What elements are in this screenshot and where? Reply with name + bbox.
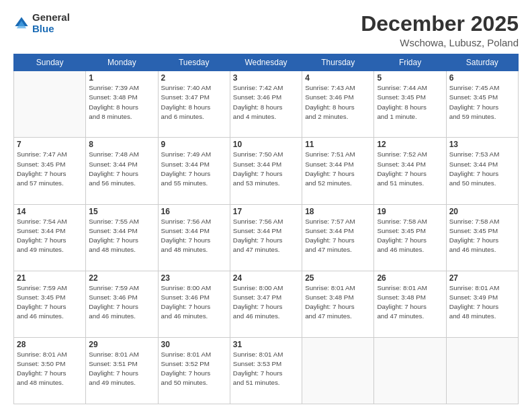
calendar-cell: 26Sunrise: 8:01 AMSunset: 3:48 PMDayligh… [374, 271, 446, 337]
weekday-header-monday: Monday [86, 54, 158, 71]
day-info: Sunrise: 8:00 AMSunset: 3:46 PMDaylight:… [161, 283, 227, 322]
day-info: Sunrise: 7:59 AMSunset: 3:46 PMDaylight:… [89, 283, 154, 322]
day-number: 26 [377, 273, 443, 283]
calendar-title: December 2025 [361, 12, 519, 36]
header: General Blue December 2025 Wschowa, Lubu… [13, 12, 519, 48]
calendar-cell: 18Sunrise: 7:57 AMSunset: 3:44 PMDayligh… [302, 204, 374, 271]
day-info: Sunrise: 8:01 AMSunset: 3:48 PMDaylight:… [377, 283, 443, 322]
calendar-cell: 4Sunrise: 7:43 AMSunset: 3:46 PMDaylight… [302, 71, 374, 138]
logo-general: General [32, 12, 70, 24]
logo-blue: Blue [32, 24, 70, 35]
day-number: 1 [89, 73, 154, 83]
calendar-cell: 11Sunrise: 7:51 AMSunset: 3:44 PMDayligh… [302, 138, 374, 204]
day-number: 28 [17, 340, 83, 349]
day-info: Sunrise: 7:58 AMSunset: 3:45 PMDaylight:… [449, 217, 515, 255]
calendar-cell [446, 337, 518, 404]
day-number: 10 [233, 140, 299, 149]
calendar-cell [302, 337, 374, 404]
day-info: Sunrise: 7:52 AMSunset: 3:44 PMDaylight:… [377, 150, 443, 188]
calendar-cell [374, 337, 446, 404]
calendar-cell: 9Sunrise: 7:49 AMSunset: 3:44 PMDaylight… [158, 138, 230, 204]
calendar-cell: 24Sunrise: 8:00 AMSunset: 3:47 PMDayligh… [230, 271, 302, 337]
day-number: 2 [161, 73, 227, 83]
day-info: Sunrise: 8:00 AMSunset: 3:47 PMDaylight:… [233, 283, 299, 322]
day-number: 11 [305, 140, 371, 149]
calendar-cell [14, 71, 86, 138]
day-info: Sunrise: 8:01 AMSunset: 3:51 PMDaylight:… [89, 350, 154, 388]
day-number: 19 [377, 207, 443, 216]
day-info: Sunrise: 8:01 AMSunset: 3:53 PMDaylight:… [233, 350, 299, 388]
page: General Blue December 2025 Wschowa, Lubu… [0, 0, 532, 411]
calendar-cell: 14Sunrise: 7:54 AMSunset: 3:44 PMDayligh… [14, 204, 86, 271]
day-info: Sunrise: 8:01 AMSunset: 3:52 PMDaylight:… [161, 350, 227, 388]
day-info: Sunrise: 7:49 AMSunset: 3:44 PMDaylight:… [161, 150, 227, 188]
weekday-header-tuesday: Tuesday [158, 54, 230, 71]
calendar-cell: 6Sunrise: 7:45 AMSunset: 3:45 PMDaylight… [446, 71, 518, 138]
day-info: Sunrise: 7:48 AMSunset: 3:44 PMDaylight:… [89, 150, 154, 188]
day-info: Sunrise: 7:56 AMSunset: 3:44 PMDaylight:… [233, 217, 299, 255]
day-number: 18 [305, 207, 371, 216]
logo-icon [13, 15, 30, 32]
day-info: Sunrise: 7:44 AMSunset: 3:45 PMDaylight:… [377, 83, 443, 122]
day-number: 3 [233, 73, 299, 83]
day-info: Sunrise: 7:42 AMSunset: 3:46 PMDaylight:… [233, 83, 299, 122]
calendar-cell: 31Sunrise: 8:01 AMSunset: 3:53 PMDayligh… [230, 337, 302, 404]
day-info: Sunrise: 7:39 AMSunset: 3:48 PMDaylight:… [89, 83, 154, 122]
calendar-subtitle: Wschowa, Lubusz, Poland [361, 37, 519, 48]
calendar-cell: 23Sunrise: 8:00 AMSunset: 3:46 PMDayligh… [158, 271, 230, 337]
day-number: 5 [377, 73, 443, 83]
day-number: 14 [17, 207, 83, 216]
day-number: 8 [89, 140, 154, 149]
week-row-2: 7Sunrise: 7:47 AMSunset: 3:45 PMDaylight… [14, 138, 519, 204]
calendar-cell: 5Sunrise: 7:44 AMSunset: 3:45 PMDaylight… [374, 71, 446, 138]
day-number: 6 [449, 73, 515, 83]
week-row-5: 28Sunrise: 8:01 AMSunset: 3:50 PMDayligh… [14, 337, 519, 404]
weekday-header-thursday: Thursday [302, 54, 374, 71]
day-number: 7 [17, 140, 83, 149]
calendar-cell: 21Sunrise: 7:59 AMSunset: 3:45 PMDayligh… [14, 271, 86, 337]
day-number: 17 [233, 207, 299, 216]
day-info: Sunrise: 8:01 AMSunset: 3:49 PMDaylight:… [449, 283, 515, 322]
calendar-cell: 27Sunrise: 8:01 AMSunset: 3:49 PMDayligh… [446, 271, 518, 337]
day-number: 13 [449, 140, 515, 149]
day-info: Sunrise: 7:54 AMSunset: 3:44 PMDaylight:… [17, 217, 83, 255]
calendar-cell: 13Sunrise: 7:53 AMSunset: 3:44 PMDayligh… [446, 138, 518, 204]
calendar-table: SundayMondayTuesdayWednesdayThursdayFrid… [13, 54, 519, 404]
day-number: 31 [233, 340, 299, 349]
logo-text: General Blue [32, 12, 70, 34]
day-number: 12 [377, 140, 443, 149]
day-number: 4 [305, 73, 371, 83]
day-info: Sunrise: 7:50 AMSunset: 3:44 PMDaylight:… [233, 150, 299, 188]
day-number: 23 [161, 273, 227, 283]
day-info: Sunrise: 7:43 AMSunset: 3:46 PMDaylight:… [305, 83, 371, 122]
calendar-cell: 22Sunrise: 7:59 AMSunset: 3:46 PMDayligh… [86, 271, 158, 337]
day-number: 21 [17, 273, 83, 283]
weekday-header-saturday: Saturday [446, 54, 518, 71]
day-info: Sunrise: 7:45 AMSunset: 3:45 PMDaylight:… [449, 83, 515, 122]
week-row-3: 14Sunrise: 7:54 AMSunset: 3:44 PMDayligh… [14, 204, 519, 271]
day-number: 16 [161, 207, 227, 216]
day-number: 30 [161, 340, 227, 349]
day-info: Sunrise: 7:58 AMSunset: 3:45 PMDaylight:… [377, 217, 443, 255]
calendar-cell: 12Sunrise: 7:52 AMSunset: 3:44 PMDayligh… [374, 138, 446, 204]
day-number: 29 [89, 340, 154, 349]
calendar-cell: 3Sunrise: 7:42 AMSunset: 3:46 PMDaylight… [230, 71, 302, 138]
day-info: Sunrise: 7:59 AMSunset: 3:45 PMDaylight:… [17, 283, 83, 322]
calendar-cell: 17Sunrise: 7:56 AMSunset: 3:44 PMDayligh… [230, 204, 302, 271]
weekday-header-row: SundayMondayTuesdayWednesdayThursdayFrid… [14, 54, 519, 71]
day-number: 9 [161, 140, 227, 149]
day-number: 20 [449, 207, 515, 216]
weekday-header-wednesday: Wednesday [230, 54, 302, 71]
calendar-cell: 2Sunrise: 7:40 AMSunset: 3:47 PMDaylight… [158, 71, 230, 138]
calendar-cell: 7Sunrise: 7:47 AMSunset: 3:45 PMDaylight… [14, 138, 86, 204]
day-info: Sunrise: 7:47 AMSunset: 3:45 PMDaylight:… [17, 150, 83, 188]
day-number: 25 [305, 273, 371, 283]
day-number: 24 [233, 273, 299, 283]
day-info: Sunrise: 7:57 AMSunset: 3:44 PMDaylight:… [305, 217, 371, 255]
week-row-1: 1Sunrise: 7:39 AMSunset: 3:48 PMDaylight… [14, 71, 519, 138]
calendar-cell: 8Sunrise: 7:48 AMSunset: 3:44 PMDaylight… [86, 138, 158, 204]
logo: General Blue [13, 12, 70, 34]
calendar-cell: 28Sunrise: 8:01 AMSunset: 3:50 PMDayligh… [14, 337, 86, 404]
day-info: Sunrise: 7:53 AMSunset: 3:44 PMDaylight:… [449, 150, 515, 188]
weekday-header-sunday: Sunday [14, 54, 86, 71]
